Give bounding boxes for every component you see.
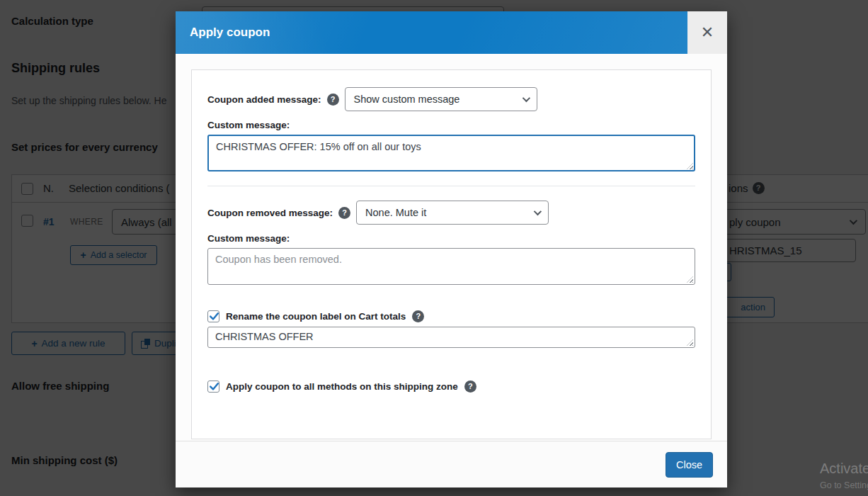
- coupon-removed-select-value: None. Mute it: [365, 207, 426, 218]
- coupon-added-select[interactable]: Show custom message: [345, 87, 537, 111]
- coupon-removed-label: Coupon removed message:: [207, 208, 333, 218]
- close-icon[interactable]: ✕: [687, 11, 727, 54]
- modal-header: Apply coupon ✕: [176, 11, 727, 54]
- screen: Calculation type Shipping rules Set up t…: [0, 0, 868, 496]
- watermark-line2: Go to Settings to activate Windows.: [820, 480, 868, 490]
- modal-footer: Close: [176, 441, 727, 487]
- help-icon[interactable]: ?: [412, 310, 424, 322]
- custom-message-label: Custom message:: [207, 233, 695, 244]
- rename-coupon-checkbox[interactable]: [207, 310, 219, 322]
- watermark-line1: Activate Windows: [820, 461, 868, 477]
- coupon-removed-row: Coupon removed message: ? None. Mute it: [207, 201, 695, 225]
- coupon-removed-select[interactable]: None. Mute it: [356, 201, 549, 225]
- modal-header-bar: Apply coupon: [176, 11, 687, 54]
- checkmark-icon: [208, 381, 220, 393]
- custom-message-label: Custom message:: [207, 120, 695, 130]
- help-icon[interactable]: ?: [464, 381, 476, 393]
- apply-all-methods-row: Apply coupon to all methods on this ship…: [207, 381, 695, 393]
- coupon-label-textarea[interactable]: CHRISTMAS OFFER: [207, 327, 695, 348]
- custom-message-added-textarea[interactable]: CHRISTMAS OFFER: 15% off on all our toys: [207, 135, 695, 171]
- modal-title: Apply coupon: [190, 26, 270, 40]
- apply-all-methods-label: Apply coupon to all methods on this ship…: [226, 381, 458, 392]
- rename-coupon-row: Rename the coupon label on Cart totals ?: [207, 310, 695, 322]
- custom-message-added-wrap: CHRISTMAS OFFER: 15% off on all our toys: [207, 135, 695, 171]
- apply-coupon-modal: Apply coupon ✕ Coupon added message: ? S…: [176, 11, 727, 487]
- chevron-down-icon: [534, 208, 542, 215]
- coupon-added-label: Coupon added message:: [207, 94, 321, 105]
- checkmark-icon: [208, 310, 220, 322]
- settings-panel: Coupon added message: ? Show custom mess…: [191, 69, 712, 439]
- rename-coupon-label: Rename the coupon label on Cart totals: [226, 311, 406, 322]
- custom-message-removed-textarea[interactable]: [207, 248, 695, 285]
- modal-body: Coupon added message: ? Show custom mess…: [176, 54, 727, 441]
- windows-activation-watermark: Activate Windows Go to Settings to activ…: [820, 461, 868, 490]
- custom-message-removed-wrap: [207, 248, 695, 285]
- close-button[interactable]: Close: [666, 452, 713, 478]
- help-icon[interactable]: ?: [338, 207, 350, 219]
- help-icon[interactable]: ?: [327, 94, 339, 106]
- apply-all-methods-checkbox[interactable]: [207, 381, 219, 393]
- section-divider: [207, 186, 695, 186]
- coupon-label-wrap: CHRISTMAS OFFER: [207, 327, 695, 348]
- coupon-added-select-value: Show custom message: [354, 94, 460, 105]
- chevron-down-icon: [522, 94, 530, 102]
- coupon-added-row: Coupon added message: ? Show custom mess…: [207, 87, 695, 111]
